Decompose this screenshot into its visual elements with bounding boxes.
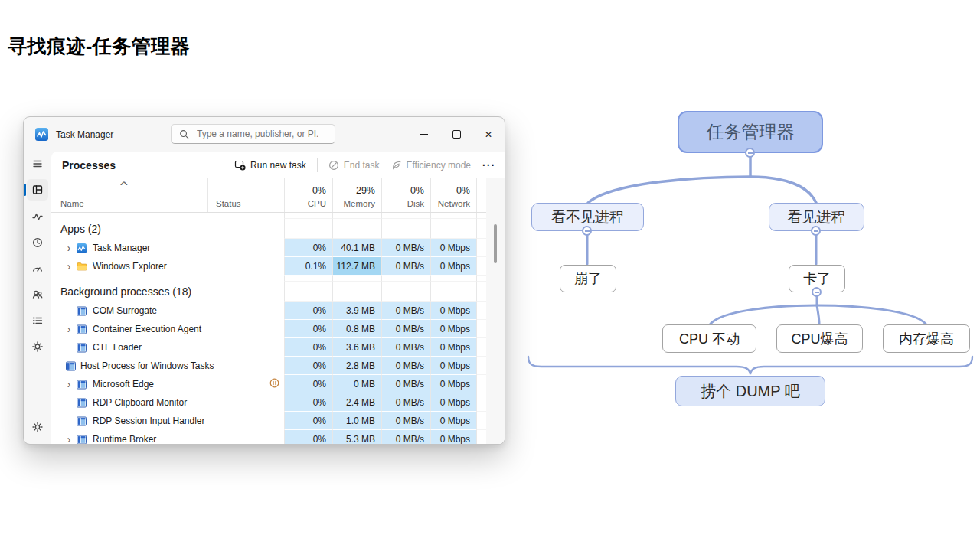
mindmap-node-crashed[interactable]: 崩了 — [560, 265, 616, 292]
processes-icon — [31, 184, 44, 196]
brace — [528, 357, 972, 374]
end-task-icon — [328, 160, 339, 171]
collapse-toggle-icon[interactable] — [812, 287, 822, 297]
collapse-toggle-icon[interactable] — [745, 148, 755, 158]
process-row[interactable]: CTF Loader0%3.6 MB0 MB/s0 Mbps — [51, 338, 505, 357]
folder-icon — [77, 261, 88, 272]
memory-value: 2.4 MB — [332, 393, 381, 412]
process-row[interactable]: ›Task Manager0%40.1 MB0 MB/s0 Mbps — [51, 239, 505, 257]
network-value: 0 Mbps — [430, 393, 476, 412]
memory-value: 1.0 MB — [332, 412, 381, 430]
mindmap-node-cpu-idle[interactable]: CPU 不动 — [662, 324, 756, 353]
sidebar-item-services[interactable] — [27, 336, 48, 357]
scrollbar-thumb[interactable] — [494, 224, 497, 263]
efficiency-mode-button[interactable]: Efficiency mode — [390, 160, 472, 171]
sort-ascending-icon: ^ — [120, 180, 128, 191]
network-value: 0 Mbps — [430, 357, 476, 375]
content-panel: Processes Run new task — [51, 152, 505, 444]
disk-total: 0% — [410, 185, 424, 196]
sidebar-item-processes[interactable] — [27, 179, 48, 201]
cpu-value: 0.1% — [284, 257, 332, 276]
process-row[interactable]: RDP Clipboard Monitor0%2.4 MB0 MB/s0 Mbp… — [51, 393, 505, 412]
window-title: Task Manager — [56, 129, 113, 140]
minimize-icon — [420, 134, 428, 135]
column-header-cpu[interactable]: 0% CPU — [284, 178, 332, 212]
sidebar-item-details[interactable] — [27, 310, 48, 331]
expand-chevron-icon[interactable]: › — [64, 324, 74, 334]
startup-apps-icon — [31, 262, 44, 275]
task-manager-app-icon — [35, 128, 48, 141]
search-input[interactable] — [195, 128, 321, 140]
mindmap-node-memory-spike[interactable]: 内存爆高 — [883, 324, 970, 353]
settings-icon[interactable] — [27, 416, 48, 438]
process-row[interactable]: ›Microsoft Edge0%0 MB0 MB/s0 Mbps — [51, 375, 505, 393]
process-row[interactable]: ›Windows Explorer0.1%112.7 MB0 MB/s0 Mbp… — [51, 257, 505, 276]
expand-chevron-icon[interactable]: › — [64, 243, 74, 253]
process-row[interactable]: RDP Session Input Handler0%1.0 MB0 MB/s0… — [51, 412, 505, 430]
column-header-network[interactable]: 0% Network — [430, 178, 476, 212]
column-header-memory[interactable]: 29% Memory — [332, 178, 381, 212]
column-edge-line — [476, 178, 487, 212]
toolbar-divider — [317, 158, 318, 172]
menu-icon[interactable] — [27, 153, 48, 174]
network-value: 0 Mbps — [430, 375, 476, 393]
run-new-task-button[interactable]: Run new task — [234, 159, 306, 171]
memory-value: 3.6 MB — [332, 338, 381, 357]
cpu-value: 0% — [284, 375, 332, 393]
disk-value: 0 MB/s — [381, 375, 430, 393]
process-name: Windows Explorer — [93, 261, 167, 272]
memory-value: 5.3 MB — [332, 430, 381, 444]
scrollbar[interactable] — [486, 178, 505, 444]
disk-value: 0 MB/s — [381, 239, 430, 257]
close-button[interactable]: ✕ — [472, 117, 505, 152]
sidebar-item-startup-apps[interactable] — [27, 258, 48, 279]
expand-chevron-icon[interactable]: › — [64, 379, 74, 390]
paused-status-icon — [270, 377, 279, 391]
disk-value: 0 MB/s — [381, 393, 430, 412]
search-box[interactable] — [171, 124, 335, 144]
app-icon — [77, 379, 88, 390]
performance-icon — [31, 210, 44, 223]
group-header[interactable]: Apps (2) — [51, 219, 505, 239]
column-header-name[interactable]: Name — [60, 199, 84, 208]
selected-accent-bar — [24, 184, 26, 196]
app-icon — [77, 397, 88, 408]
column-header-status[interactable]: Status — [207, 178, 284, 212]
run-new-task-icon — [234, 159, 246, 171]
memory-column-label: Memory — [343, 199, 375, 208]
process-row[interactable]: ›Runtime Broker0%5.3 MB0 MB/s0 Mbps — [51, 430, 505, 444]
process-row[interactable]: Host Process for Windows Tasks0%2.8 MB0 … — [51, 357, 505, 375]
task-manager-window: Task Manager ✕ — [23, 116, 505, 445]
memory-value: 40.1 MB — [332, 239, 381, 257]
mindmap-node-dump-action[interactable]: 捞个 DUMP 吧 — [675, 376, 825, 406]
collapse-toggle-icon[interactable] — [811, 226, 821, 236]
mindmap-node-cpu-spike[interactable]: CPU爆高 — [776, 324, 863, 353]
collapse-toggle-icon[interactable] — [582, 226, 592, 236]
titlebar: Task Manager ✕ — [24, 117, 505, 152]
expand-chevron-icon[interactable]: › — [64, 434, 74, 444]
sidebar-item-performance[interactable] — [27, 206, 48, 227]
disk-column-label: Disk — [407, 199, 424, 208]
process-table-rows: Apps (2)›Task Manager0%40.1 MB0 MB/s0 Mb… — [51, 213, 505, 444]
disk-value: 0 MB/s — [381, 257, 430, 276]
column-header-row: ^ Name Status 0% CPU 29% Memory 0% — [51, 178, 505, 213]
minimize-button[interactable] — [408, 117, 440, 152]
app-history-icon — [31, 236, 44, 249]
app-icon — [77, 324, 88, 334]
end-task-button[interactable]: End task — [328, 160, 380, 171]
more-icon: ⋯ — [482, 161, 495, 169]
group-header[interactable]: Background processes (18) — [51, 282, 505, 302]
more-options-button[interactable]: ⋯ — [482, 161, 495, 169]
process-row[interactable]: ›Container Execution Agent0%0.8 MB0 MB/s… — [51, 320, 505, 338]
process-row[interactable]: COM Surrogate0%3.9 MB0 MB/s0 Mbps — [51, 302, 505, 320]
expand-chevron-icon[interactable]: › — [64, 261, 74, 272]
maximize-button[interactable] — [440, 117, 472, 152]
column-header-disk[interactable]: 0% Disk — [381, 178, 430, 212]
mindmap-node-root[interactable]: 任务管理器 — [678, 111, 823, 153]
sidebar-item-app-history[interactable] — [27, 232, 48, 253]
network-value: 0 Mbps — [430, 338, 476, 357]
cpu-column-label: CPU — [308, 199, 326, 208]
network-total: 0% — [456, 185, 470, 196]
search-icon — [179, 129, 189, 139]
sidebar-item-users[interactable] — [27, 284, 48, 305]
